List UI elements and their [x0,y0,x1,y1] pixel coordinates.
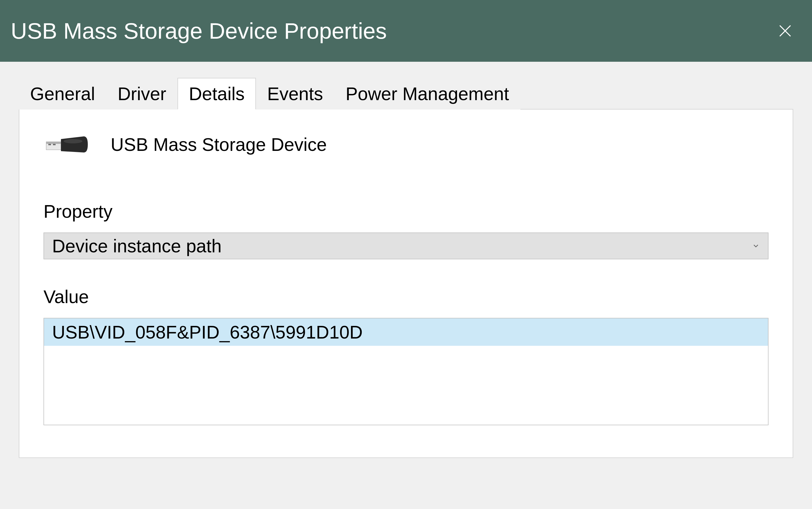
svg-rect-4 [48,144,51,145]
chevron-down-icon [752,242,760,250]
tab-general[interactable]: General [19,78,106,109]
property-dropdown-value: Device instance path [52,235,222,257]
property-dropdown[interactable]: Device instance path [43,233,769,259]
svg-rect-3 [46,142,61,144]
tab-events[interactable]: Events [256,78,334,109]
device-header: USB Mass Storage Device [43,131,769,158]
tab-content-details: USB Mass Storage Device Property Device … [19,109,793,458]
svg-point-6 [64,139,82,143]
value-listbox[interactable]: USB\VID_058F&PID_6387\5991D10D [43,318,769,425]
property-label: Property [43,201,769,222]
titlebar: USB Mass Storage Device Properties [0,0,812,62]
tab-power-management[interactable]: Power Management [334,78,520,109]
tabs-container: General Driver Details Events Power Mana… [19,78,793,109]
usb-device-icon [43,131,97,158]
value-item-selected[interactable]: USB\VID_058F&PID_6387\5991D10D [44,318,768,346]
close-button[interactable] [772,18,799,44]
value-label: Value [43,286,769,307]
tab-driver[interactable]: Driver [106,78,177,109]
close-icon [777,23,793,39]
window-title: USB Mass Storage Device Properties [11,18,387,44]
device-name-label: USB Mass Storage Device [111,134,327,155]
tab-details[interactable]: Details [177,78,256,109]
properties-window: USB Mass Storage Device Properties Gener… [0,0,812,458]
svg-rect-5 [53,144,56,145]
content-area: General Driver Details Events Power Mana… [0,62,812,458]
